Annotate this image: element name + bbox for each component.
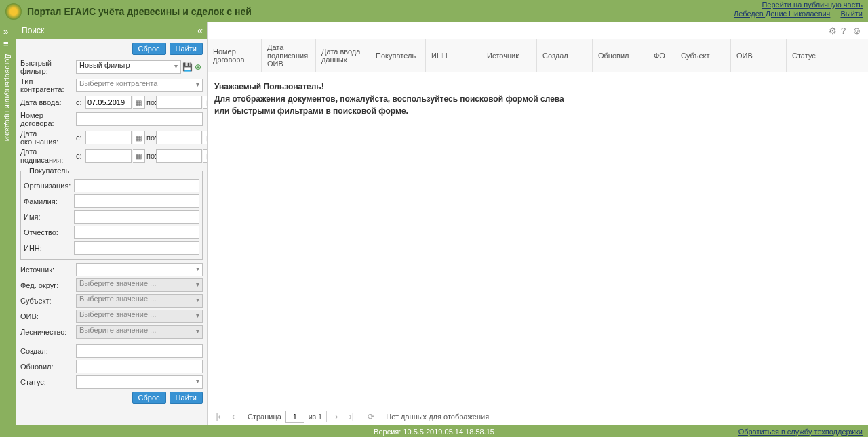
main: » ≡ Договоры купли-продажи Поиск « Сброс… xyxy=(0,22,868,425)
to-label: по: xyxy=(146,98,155,106)
date-sign-label: Дата подписания: xyxy=(20,148,76,164)
support-link[interactable]: Обратиться в службу техподдержки xyxy=(738,428,863,436)
buyer-fieldset: Покупатель Организация: Фамилия: Имя: От… xyxy=(20,167,203,260)
contract-num-label: Номер договора: xyxy=(20,111,76,127)
column-header[interactable]: Номер договора xyxy=(208,39,262,72)
date-end-from[interactable] xyxy=(85,131,132,144)
column-header[interactable]: Источник xyxy=(481,39,537,72)
page-input[interactable] xyxy=(285,411,304,423)
calendar-icon[interactable]: ▦ xyxy=(203,131,207,144)
pager: |‹ ‹ Страница из 1 › ›| ⟳ Нет данных для… xyxy=(208,407,868,425)
date-end-to[interactable] xyxy=(156,131,202,144)
inn-input[interactable] xyxy=(74,241,199,255)
settings-icon[interactable]: ⊚ xyxy=(853,26,863,35)
date-end-label: Дата окончания: xyxy=(20,129,76,146)
version-text: Версия: 10.5.5 2019.05.14 18.58.15 xyxy=(374,428,494,436)
user-link[interactable]: Лебедев Денис Николаевич xyxy=(734,9,830,18)
counterparty-type-select[interactable]: Выберите контрагента xyxy=(76,79,203,92)
content-area: ⚙ ? ⊚ Номер договораДата подписания ОИВД… xyxy=(208,22,868,425)
calendar-icon[interactable]: ▦ xyxy=(133,131,145,144)
status-select[interactable]: - xyxy=(76,375,203,389)
page-label: Страница xyxy=(248,413,281,421)
app-title: Портал ЕГАИС учёта древесины и сделок с … xyxy=(27,6,252,17)
subject-select[interactable]: Выберите значение ... xyxy=(76,294,203,308)
gear-icon[interactable]: ⚙ xyxy=(829,26,838,35)
quick-filter-select[interactable]: Новый фильтр xyxy=(76,60,181,74)
forestry-select[interactable]: Выберите значение ... xyxy=(76,325,203,339)
add-filter-icon[interactable]: ⊕ xyxy=(193,62,203,72)
public-link[interactable]: Перейти на публичную часть xyxy=(762,1,863,9)
vtab-label: Договоры купли-продажи xyxy=(4,51,12,144)
column-header[interactable]: Статус xyxy=(787,39,823,72)
date-sign-to[interactable] xyxy=(156,149,202,163)
date-input-to[interactable] xyxy=(156,96,202,109)
column-header[interactable]: Дата ввода данных xyxy=(316,39,370,72)
counterparty-type-label: Тип контрагента: xyxy=(20,77,76,93)
calendar-icon[interactable]: ▦ xyxy=(203,149,207,163)
column-header[interactable]: ИНН xyxy=(426,39,481,72)
search-sidebar: Поиск « Сброс Найти Быстрый фильтр: Новы… xyxy=(16,22,208,425)
prev-page-icon[interactable]: ‹ xyxy=(228,411,239,422)
footer: Версия: 10.5.5 2019.05.14 18.58.15 Обрат… xyxy=(0,425,868,437)
menu-icon: ≡ xyxy=(3,39,13,48)
fed-district-select[interactable]: Выберите значение ... xyxy=(76,278,203,292)
contract-num-input[interactable] xyxy=(76,112,203,126)
buyer-legend: Покупатель xyxy=(26,167,72,175)
find-button-bottom[interactable]: Найти xyxy=(170,392,203,404)
from-label: с: xyxy=(76,98,84,106)
expand-icon[interactable]: » xyxy=(3,26,13,36)
source-select[interactable] xyxy=(76,263,203,276)
find-button-top[interactable]: Найти xyxy=(170,43,203,55)
header-right: Перейти на публичную часть Лебедев Денис… xyxy=(726,0,863,18)
reset-button-top[interactable]: Сброс xyxy=(132,43,166,55)
surname-input[interactable] xyxy=(74,194,199,208)
date-sign-from[interactable] xyxy=(85,149,132,163)
oiv-select[interactable]: Выберите значение ... xyxy=(76,310,203,323)
name-input[interactable] xyxy=(74,210,199,224)
app-header: Портал ЕГАИС учёта древесины и сделок с … xyxy=(0,0,868,22)
patronymic-input[interactable] xyxy=(74,226,199,239)
calendar-icon[interactable]: ▦ xyxy=(133,149,145,163)
updated-input[interactable] xyxy=(76,360,203,373)
column-header[interactable]: Дата подписания ОИВ xyxy=(262,39,316,72)
date-input-label: Дата ввода: xyxy=(20,98,76,106)
vertical-tab[interactable]: » ≡ Договоры купли-продажи xyxy=(0,22,16,425)
calendar-icon[interactable]: ▦ xyxy=(203,96,207,109)
nodata-text: Нет данных для отображения xyxy=(386,413,489,421)
column-header[interactable]: Обновил xyxy=(593,39,648,72)
last-page-icon[interactable]: ›| xyxy=(346,411,357,422)
column-header[interactable]: Создал xyxy=(537,39,593,72)
app-logo xyxy=(5,3,22,20)
help-icon[interactable]: ? xyxy=(841,26,850,35)
content-toolbar: ⚙ ? ⊚ xyxy=(208,22,868,39)
empty-message: Уважаемый Пользователь! Для отображения … xyxy=(214,81,861,117)
column-header[interactable]: Субъект xyxy=(675,39,731,72)
sidebar-header: Поиск « xyxy=(16,22,207,39)
date-input-from[interactable] xyxy=(85,96,132,109)
first-page-icon[interactable]: |‹ xyxy=(213,411,224,422)
page-of: из 1 xyxy=(309,413,322,421)
column-header[interactable]: ФО xyxy=(648,39,675,72)
column-header[interactable]: ОИВ xyxy=(731,39,787,72)
content-body: Уважаемый Пользователь! Для отображения … xyxy=(208,72,868,407)
save-filter-icon[interactable]: 💾 xyxy=(182,62,192,72)
column-header[interactable]: Покупатель xyxy=(370,39,426,72)
reset-button-bottom[interactable]: Сброс xyxy=(132,392,166,404)
calendar-icon[interactable]: ▦ xyxy=(133,96,145,109)
next-page-icon[interactable]: › xyxy=(331,411,342,422)
sidebar-title: Поиск xyxy=(22,26,44,35)
created-input[interactable] xyxy=(76,344,203,358)
collapse-icon[interactable]: « xyxy=(197,25,203,36)
table-header: Номер договораДата подписания ОИВДата вв… xyxy=(208,39,868,72)
org-input[interactable] xyxy=(74,179,199,192)
logout-link[interactable]: Выйти xyxy=(840,9,863,18)
refresh-icon[interactable]: ⟳ xyxy=(366,411,376,422)
quick-filter-label: Быстрый фильтр: xyxy=(20,59,76,75)
sidebar-body: Сброс Найти Быстрый фильтр: Новый фильтр… xyxy=(16,39,207,425)
